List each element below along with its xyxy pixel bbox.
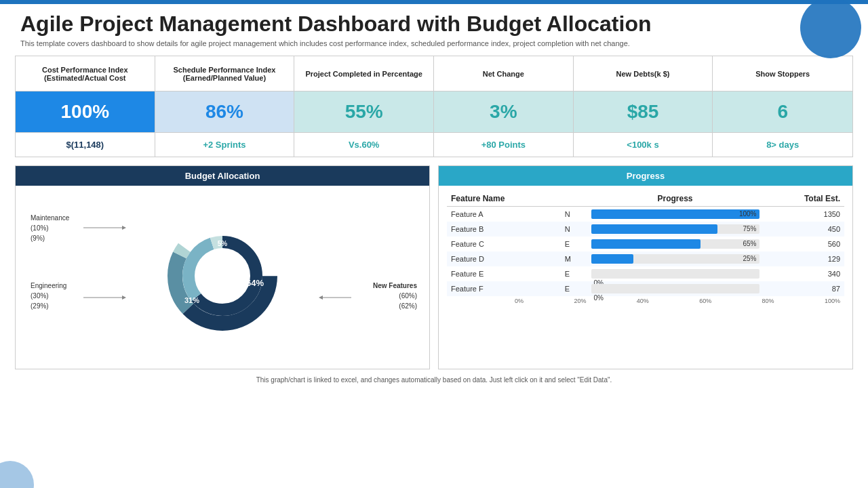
- bottom-circle-decoration: [0, 461, 34, 488]
- x-axis-label: 20%: [574, 298, 586, 304]
- col-total: Total Est.: [764, 191, 845, 207]
- maintenance-arrow: [83, 221, 131, 237]
- feature-bar: 0%: [587, 281, 764, 296]
- feature-name: Feature E: [447, 266, 561, 281]
- kpi-value-5: 6: [713, 92, 852, 132]
- sub-cell-1: +2 Sprints: [155, 133, 295, 157]
- feature-bar: 65%: [587, 237, 764, 251]
- feature-code: E: [561, 237, 587, 251]
- kpi-card-2: Project Completed in Percentage55%: [294, 56, 434, 132]
- kpi-header-4: New Debts(k $): [574, 56, 713, 92]
- kpi-header-3: Net Change: [434, 56, 573, 92]
- table-row: Feature DM25%129: [447, 251, 844, 266]
- sub-cell-4: <100k s: [574, 133, 713, 157]
- table-row: Feature AN100%1350: [447, 207, 844, 222]
- kpi-header-0: Cost Performance Index (Estimated/Actual…: [16, 56, 155, 92]
- col-code: [561, 191, 587, 207]
- progress-content: Feature Name Progress Total Est. Feature…: [439, 186, 852, 311]
- budget-title: Budget Allocation: [16, 166, 429, 186]
- engineering-label: Engineering (30%) (29%): [31, 281, 66, 311]
- kpi-header-5: Show Stoppers: [713, 56, 852, 92]
- engineering-arrow: [83, 291, 131, 307]
- progress-title: Progress: [439, 166, 852, 186]
- page-subtitle: This template covers dashboard to show d…: [20, 39, 848, 47]
- feature-code: E: [561, 266, 587, 281]
- kpi-section: Cost Performance Index (Estimated/Actual…: [0, 50, 868, 160]
- kpi-card-4: New Debts(k $)$85: [574, 56, 713, 132]
- x-axis-label: 100%: [825, 298, 840, 304]
- col-progress: Progress: [587, 191, 764, 207]
- kpi-value-0: 100%: [16, 92, 155, 132]
- feature-total: 450: [764, 222, 845, 237]
- kpi-card-3: Net Change3%: [434, 56, 574, 132]
- feature-code: N: [561, 222, 587, 237]
- table-row: Feature EE0%340: [447, 266, 844, 281]
- feature-code: M: [561, 251, 587, 266]
- feature-name: Feature A: [447, 207, 561, 222]
- feature-total: 1350: [764, 207, 845, 222]
- sub-cell-2: Vs.60%: [294, 133, 434, 157]
- feature-bar: 25%: [587, 251, 764, 266]
- donut-chart: 5% 31% 64%: [155, 208, 290, 346]
- feature-total: 560: [764, 237, 845, 251]
- feature-bar: 0%: [587, 266, 764, 281]
- feature-total: 87: [764, 281, 845, 296]
- x-axis-label: 0%: [515, 298, 524, 304]
- progress-box: Progress Feature Name Progress Total Est…: [438, 165, 853, 369]
- feature-name: Feature B: [447, 222, 561, 237]
- page-title: Agile Project Management Dashboard with …: [20, 11, 848, 37]
- svg-text:5%: 5%: [218, 240, 228, 247]
- kpi-card-0: Cost Performance Index (Estimated/Actual…: [16, 56, 155, 132]
- kpi-grid: Cost Performance Index (Estimated/Actual…: [15, 56, 853, 133]
- sub-cell-0: $(11,148): [16, 133, 155, 157]
- svg-text:31%: 31%: [184, 296, 199, 304]
- x-axis-label: 80%: [762, 298, 774, 304]
- table-row: Feature CE65%560: [447, 237, 844, 251]
- sub-cell-3: +80 Points: [434, 133, 574, 157]
- kpi-value-3: 3%: [434, 92, 573, 132]
- budget-content: Maintenance (10%) (9%) Engineering: [16, 186, 429, 369]
- budget-box: Budget Allocation Maintenance (10%) (9%): [15, 165, 430, 369]
- progress-table: Feature Name Progress Total Est. Feature…: [447, 191, 844, 296]
- kpi-card-1: Schedule Performance Index (Earned/Plann…: [155, 56, 295, 132]
- feature-code: E: [561, 281, 587, 296]
- header: Agile Project Management Dashboard with …: [0, 4, 868, 50]
- kpi-header-1: Schedule Performance Index (Earned/Plann…: [155, 56, 294, 92]
- sub-row: $(11,148)+2 SprintsVs.60%+80 Points<100k…: [15, 133, 853, 157]
- kpi-value-4: $85: [574, 92, 713, 132]
- new-features-arrow: [317, 291, 351, 307]
- feature-bar: 75%: [587, 222, 764, 237]
- circle-decoration: [800, 0, 861, 58]
- svg-text:64%: 64%: [246, 278, 264, 288]
- feature-bar: 100%: [587, 207, 764, 222]
- col-feature: Feature Name: [447, 191, 561, 207]
- kpi-value-2: 55%: [294, 92, 433, 132]
- kpi-card-5: Show Stoppers6: [713, 56, 852, 132]
- footer-note: This graph/chart is linked to excel, and…: [0, 373, 868, 386]
- sub-cell-5: 8> days: [713, 133, 852, 157]
- bottom-section: Budget Allocation Maintenance (10%) (9%): [0, 160, 868, 373]
- feature-name: Feature F: [447, 281, 561, 296]
- maintenance-label: Maintenance (10%) (9%): [31, 213, 69, 243]
- table-row: Feature FE0%87: [447, 281, 844, 296]
- feature-total: 129: [764, 251, 845, 266]
- table-row: Feature BN75%450: [447, 222, 844, 237]
- new-features-label: New Features (60%) (62%): [373, 281, 417, 311]
- kpi-value-1: 86%: [155, 92, 294, 132]
- feature-name: Feature D: [447, 251, 561, 266]
- kpi-header-2: Project Completed in Percentage: [294, 56, 433, 92]
- feature-name: Feature C: [447, 237, 561, 251]
- feature-total: 340: [764, 266, 845, 281]
- feature-code: N: [561, 207, 587, 222]
